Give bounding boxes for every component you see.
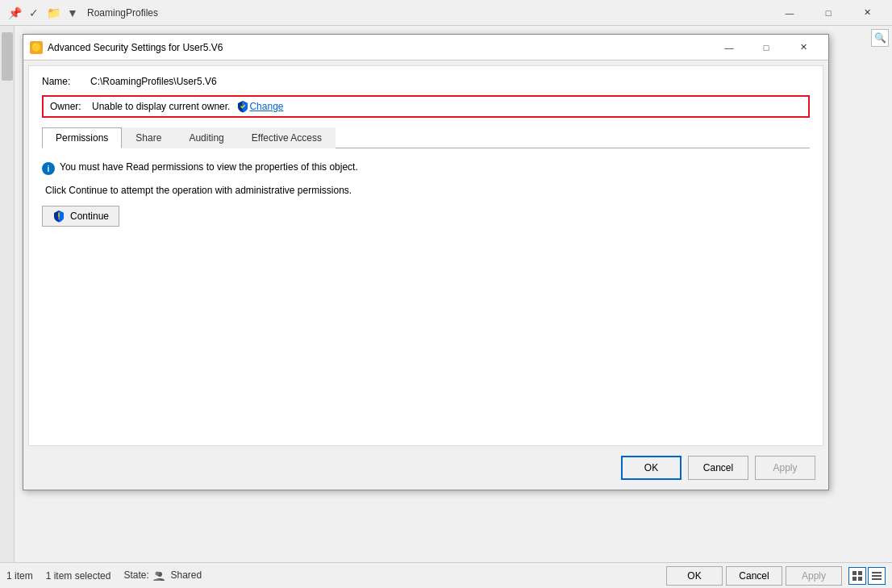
dialog-title: Advanced Security Settings for User5.V6 — [48, 42, 711, 53]
name-value: C:\RoamingProfiles\User5.V6 — [90, 76, 217, 87]
search-bar[interactable]: 🔍 — [871, 29, 889, 47]
sidebar — [0, 26, 15, 562]
tabs: Permissions Share Auditing Effective Acc… — [42, 127, 810, 148]
details-view-icon[interactable] — [848, 567, 866, 585]
status-cancel-button[interactable]: Cancel — [726, 566, 782, 586]
advanced-security-dialog: 🟡 Advanced Security Settings for User5.V… — [23, 34, 829, 490]
chrome-icons: 📌 ✓ 📁 ▼ — [6, 5, 81, 21]
name-label: Name: — [42, 76, 90, 87]
status-bar: 1 item 1 item selected State: Shared OK … — [0, 562, 892, 588]
list-lines-icon — [871, 570, 882, 582]
main-area: 🔍 🟡 Advanced Security Settings for User5… — [0, 26, 892, 562]
continue-label: Continue — [70, 211, 109, 222]
dialog-title-icon: 🟡 — [30, 41, 43, 54]
svg-rect-7 — [872, 572, 882, 573]
change-link[interactable]: Change — [249, 101, 283, 112]
owner-label: Owner: — [50, 101, 92, 112]
dialog-close-button[interactable]: ✕ — [785, 35, 822, 60]
maximize-button[interactable]: □ — [810, 0, 847, 26]
window-controls: — □ ✕ — [771, 0, 886, 26]
dialog-minimize-button[interactable]: — — [711, 35, 748, 60]
state-label: State: Shared — [123, 569, 202, 582]
folder-icon[interactable]: 📁 — [45, 5, 61, 21]
name-row: Name: C:\RoamingProfiles\User5.V6 — [42, 76, 810, 87]
svg-rect-8 — [872, 575, 882, 577]
sidebar-scrollbar[interactable] — [2, 32, 13, 81]
tab-permissions[interactable]: Permissions — [42, 127, 122, 148]
cancel-button[interactable]: Cancel — [688, 456, 748, 480]
svg-point-0 — [58, 218, 60, 219]
continue-shield-icon — [52, 210, 65, 223]
details-grid-icon — [852, 570, 863, 582]
close-button[interactable]: ✕ — [848, 0, 886, 26]
owner-row: Owner: Unable to display current owner. … — [42, 95, 810, 118]
status-ok-button[interactable]: OK — [666, 566, 723, 586]
owner-value: Unable to display current owner. — [92, 101, 230, 112]
apply-button[interactable]: Apply — [755, 456, 815, 480]
check-icon[interactable]: ✓ — [26, 5, 42, 21]
list-view-icon[interactable] — [868, 567, 886, 585]
pin-icon[interactable]: 📌 — [6, 5, 23, 21]
window-titlebar: 📌 ✓ 📁 ▼ RoamingProfiles — □ ✕ — [0, 0, 892, 26]
uac-shield-icon — [236, 100, 249, 113]
dialog-body: Name: C:\RoamingProfiles\User5.V6 Owner:… — [28, 65, 823, 446]
status-apply-button[interactable]: Apply — [786, 566, 842, 586]
item-count: 1 item — [6, 570, 33, 582]
click-continue-text: Click Continue to attempt the operation … — [45, 185, 810, 196]
tab-auditing[interactable]: Auditing — [175, 127, 237, 148]
svg-rect-9 — [872, 578, 882, 580]
info-icon: i — [42, 162, 55, 175]
dialog-footer: OK Cancel Apply — [23, 446, 828, 490]
dialog-controls: — □ ✕ — [711, 35, 822, 60]
tab-content: i You must have Read permissions to view… — [42, 161, 810, 436]
continue-button[interactable]: Continue — [42, 206, 119, 227]
minimize-button[interactable]: — — [771, 0, 808, 26]
search-icon: 🔍 — [874, 32, 886, 44]
tab-share[interactable]: Share — [122, 127, 175, 148]
svg-rect-6 — [858, 577, 862, 581]
info-message: You must have Read permissions to view t… — [60, 161, 358, 173]
tab-effective-access[interactable]: Effective Access — [238, 127, 336, 148]
svg-point-2 — [156, 571, 160, 575]
ok-button[interactable]: OK — [621, 456, 682, 480]
info-row: i You must have Read permissions to view… — [42, 161, 810, 175]
svg-rect-3 — [852, 571, 857, 575]
dialog-maximize-button[interactable]: □ — [748, 35, 785, 60]
svg-rect-4 — [858, 571, 862, 575]
dialog-backdrop: 🔍 🟡 Advanced Security Settings for User5… — [15, 26, 892, 562]
svg-rect-5 — [852, 577, 857, 581]
selected-count: 1 item selected — [46, 570, 111, 582]
status-view-icons — [848, 567, 886, 585]
state-icon — [153, 569, 166, 582]
status-buttons: OK Cancel Apply — [666, 566, 842, 586]
dialog-titlebar: 🟡 Advanced Security Settings for User5.V… — [23, 35, 828, 60]
dropdown-icon[interactable]: ▼ — [65, 5, 81, 21]
window-title: RoamingProfiles — [87, 7, 158, 19]
